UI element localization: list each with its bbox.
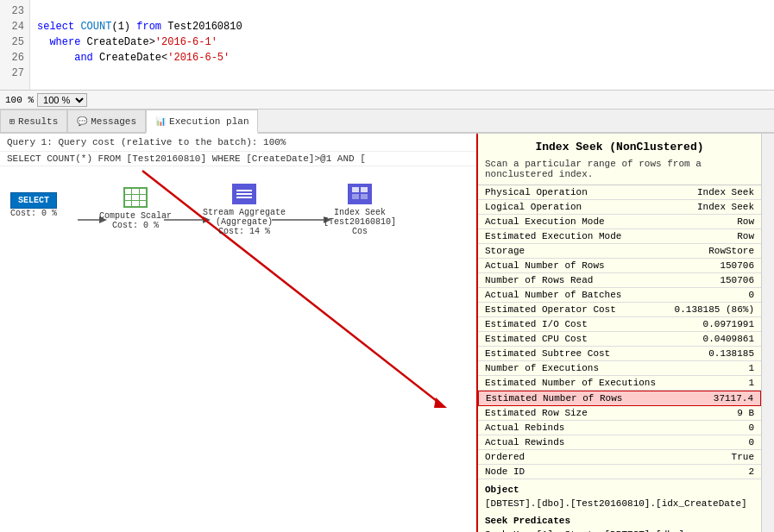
code-line-24: select COUNT(1) from Test20160810	[37, 19, 767, 34]
prop-row-actual-batches: Actual Number of Batches 0	[478, 288, 761, 303]
prop-key-node-id: Node ID	[485, 466, 525, 477]
tab-execution-plan[interactable]: 📊 Execution plan	[146, 110, 258, 134]
prop-rows-container: Physical Operation Index Seek Logical Op…	[478, 185, 761, 479]
prop-key-actual-batches: Actual Number of Batches	[485, 290, 621, 300]
zoom-select[interactable]: 100 %	[37, 93, 87, 107]
prop-val-actual-rows: 150706	[720, 260, 754, 271]
plan-header-text: Query 1: Query cost (relative to the bat…	[7, 137, 286, 147]
prop-key-est-row-size: Estimated Row Size	[485, 408, 588, 418]
prop-val-storage: RowStore	[708, 246, 754, 256]
prop-row-est-row-size: Estimated Row Size 9 B	[478, 406, 761, 421]
prop-val-actual-batches: 0	[748, 290, 754, 300]
prop-key-storage: Storage	[485, 246, 525, 256]
svg-marker-7	[434, 397, 447, 408]
compute-scalar-label: Compute Scalar	[99, 211, 172, 221]
tab-messages[interactable]: 💬 Messages	[67, 110, 146, 132]
prop-val-estimated-exec: Row	[737, 231, 754, 241]
prop-key-actual-rebinds: Actual Rebinds	[485, 422, 564, 433]
prop-val-rows-read: 150706	[720, 275, 754, 285]
tab-messages-label: Messages	[91, 116, 136, 127]
right-scrollbar[interactable]	[761, 134, 774, 532]
code-editor: 23 24 25 26 27 select COUNT(1) from Test…	[0, 0, 774, 91]
prop-val-estimated-subtree: 0.138185	[708, 348, 754, 359]
stream-aggregate-icon	[228, 180, 261, 208]
plan-diagram: SELECT Cost: 0 % Compute Scalar Cost: 0 …	[0, 166, 476, 517]
prop-row-estimated-subtree: Estimated Subtree Cost 0.138185	[478, 347, 761, 361]
prop-key-estimated-op: Estimated Operator Cost	[485, 304, 616, 315]
prop-val-actual-rebinds: 0	[748, 422, 754, 433]
select-node: SELECT Cost: 0 %	[10, 192, 57, 218]
prop-val-estimated-cpu: 0.0409861	[703, 334, 754, 344]
execution-plan-tab-icon: 📊	[155, 116, 166, 127]
code-line-27	[37, 66, 767, 81]
tab-results-label: Results	[18, 116, 58, 127]
index-seek-node: Index Seek [Test20160810] Cos	[324, 180, 396, 236]
prop-row-rows-read: Number of Rows Read 150706	[478, 273, 761, 288]
index-seek-sublabel: [Test20160810]	[324, 217, 396, 227]
prop-row-logical: Logical Operation Index Seek	[478, 200, 761, 215]
prop-row-num-exec: Number of Executions 1	[478, 361, 761, 376]
svg-rect-8	[352, 187, 359, 192]
code-line-23	[37, 3, 767, 19]
prop-row-ordered: Ordered True	[478, 450, 761, 465]
prop-val-est-row-size: 9 B	[737, 408, 754, 418]
line-numbers: 23 24 25 26 27	[0, 0, 30, 90]
tab-bar: ⊞ Results 💬 Messages 📊 Execution plan	[0, 110, 774, 134]
messages-tab-icon: 💬	[77, 116, 87, 127]
line-num-26: 26	[5, 50, 24, 66]
stream-aggregate-node: Stream Aggregate (Aggregate) Cost: 14 %	[203, 180, 286, 236]
prop-row-node-id: Node ID 2	[478, 465, 761, 479]
compute-scalar-node: Compute Scalar Cost: 0 %	[99, 184, 172, 230]
select-node-label: SELECT	[10, 192, 57, 209]
prop-key-rows-read: Number of Rows Read	[485, 275, 593, 285]
stream-aggregate-sublabel: (Aggregate)	[216, 217, 273, 227]
prop-row-physical: Physical Operation Index Seek	[478, 185, 761, 200]
prop-row-actual-rows: Actual Number of Rows 150706	[478, 259, 761, 273]
prop-row-estimated-exec: Estimated Execution Mode Row	[478, 229, 761, 244]
results-tab-icon: ⊞	[9, 116, 15, 127]
prop-val-num-exec: 1	[748, 363, 754, 373]
svg-rect-10	[352, 194, 359, 199]
tab-execution-plan-label: Execution plan	[169, 116, 249, 127]
prop-row-actual-rewinds: Actual Rewinds 0	[478, 435, 761, 450]
main-container: 23 24 25 26 27 select COUNT(1) from Test…	[0, 0, 774, 532]
index-seek-icon	[343, 180, 376, 208]
compute-scalar-grid	[123, 187, 148, 208]
prop-val-logical: Index Seek	[697, 202, 754, 212]
prop-row-estimated-op: Estimated Operator Cost 0.138185 (86%)	[478, 303, 761, 317]
prop-key-est-num-rows: Estimated Number of Rows	[486, 393, 622, 404]
prop-object-section: Object	[478, 479, 761, 497]
stream-lines	[236, 190, 252, 198]
prop-row-est-num-exec: Estimated Number of Executions 1	[478, 376, 761, 391]
prop-key-est-num-exec: Estimated Number of Executions	[485, 378, 656, 388]
prop-key-estimated-subtree: Estimated Subtree Cost	[485, 348, 610, 359]
select-node-cost: Cost: 0 %	[10, 209, 57, 218]
prop-val-actual-rewinds: 0	[748, 437, 754, 448]
prop-title: Index Seek (NonClustered)	[478, 134, 761, 157]
compute-scalar-cost: Cost: 0 %	[112, 221, 159, 230]
line-num-24: 24	[5, 19, 24, 34]
line-num-25: 25	[5, 34, 24, 50]
line-num-23: 23	[5, 3, 24, 19]
prop-val-actual-exec: Row	[737, 216, 754, 227]
svg-rect-9	[361, 187, 368, 192]
prop-key-physical: Physical Operation	[485, 187, 588, 197]
execution-plan: Query 1: Query cost (relative to the bat…	[0, 134, 476, 532]
plan-header: Query 1: Query cost (relative to the bat…	[0, 134, 476, 152]
index-seek-cost: Cos	[352, 227, 368, 236]
properties-panel: Index Seek (NonClustered) Scan a particu…	[476, 134, 761, 532]
svg-rect-11	[361, 194, 368, 199]
prop-seek-section: Seek Predicates	[478, 510, 761, 528]
code-content[interactable]: select COUNT(1) from Test20160810 where …	[30, 0, 774, 90]
prop-key-ordered: Ordered	[485, 452, 525, 462]
tab-results[interactable]: ⊞ Results	[0, 110, 67, 132]
prop-val-estimated-op: 0.138185 (86%)	[675, 304, 754, 315]
stream-aggregate-cost: Cost: 14 %	[218, 227, 270, 236]
prop-val-estimated-io: 0.0971991	[703, 319, 754, 329]
prop-row-actual-rebinds: Actual Rebinds 0	[478, 421, 761, 435]
prop-seek-text: Seek Keys[1]: Start: [DBTEST].[dbo].	[478, 528, 761, 532]
prop-object-text: [DBTEST].[dbo].[Test20160810].[idx_Creat…	[478, 497, 761, 510]
code-line-25: where CreateDate>'2016-6-1'	[37, 34, 767, 50]
prop-key-actual-rewinds: Actual Rewinds	[485, 437, 564, 448]
prop-description: Scan a particular range of rows from a n…	[478, 157, 761, 185]
